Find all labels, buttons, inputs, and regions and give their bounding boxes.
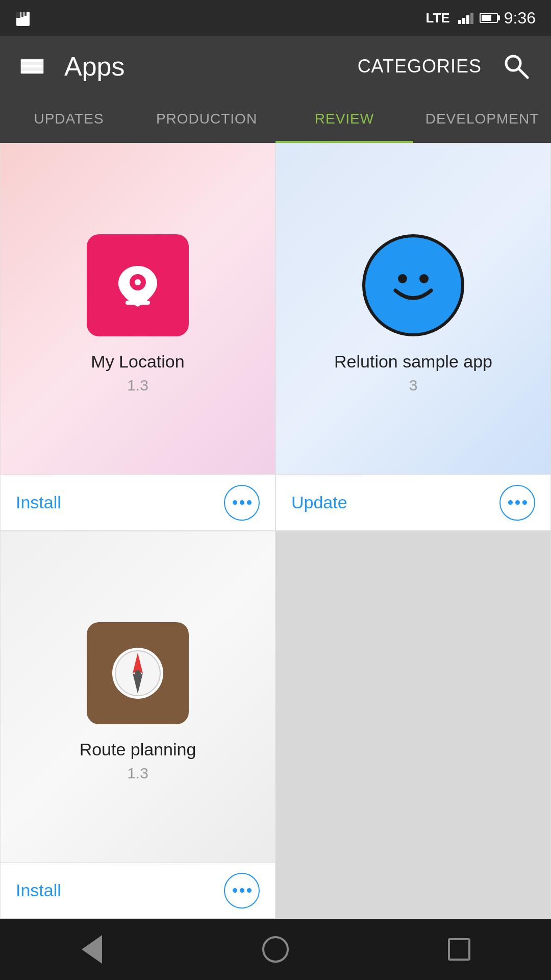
app-card-top-route: Route planning 1.3 (1, 531, 275, 862)
location-pin-icon (107, 255, 168, 316)
apps-grid: My Location 1.3 Install Relution sa (0, 143, 551, 919)
relution-sample-version: 3 (409, 377, 418, 394)
app-card-top-my-location: My Location 1.3 (1, 143, 275, 474)
more-dot-2 (515, 500, 520, 505)
time-display: 9:36 (504, 9, 536, 28)
more-dot-1 (508, 500, 513, 505)
relution-sample-icon (362, 234, 464, 336)
relution-sample-more-button[interactable] (499, 485, 535, 521)
home-button[interactable] (255, 929, 296, 970)
more-dot-3 (522, 500, 527, 505)
more-dot-2 (240, 500, 244, 505)
my-location-name: My Location (91, 352, 184, 372)
tab-development[interactable]: DEVELOPMENT (413, 97, 551, 143)
status-icons: LTE 9:36 (426, 9, 536, 28)
search-icon (502, 52, 531, 81)
svg-point-9 (135, 279, 141, 285)
my-location-version: 1.3 (127, 377, 148, 394)
back-icon (82, 935, 102, 964)
back-button[interactable] (71, 929, 112, 970)
app-card-top-relution: Relution sample app 3 (276, 143, 550, 474)
more-dot-1 (233, 888, 237, 893)
svg-point-18 (135, 670, 141, 676)
route-planning-more-button[interactable] (224, 873, 260, 909)
app-bar: Apps CATEGORIES (0, 36, 551, 97)
categories-button[interactable]: CATEGORIES (358, 56, 482, 77)
route-planning-icon (87, 622, 189, 724)
signal-strength-icon (458, 12, 473, 24)
relution-sample-name: Relution sample app (334, 352, 492, 372)
app-bar-title: Apps (64, 51, 358, 82)
compass-icon (102, 638, 173, 709)
home-icon (262, 936, 289, 963)
my-location-actions: Install (1, 474, 275, 530)
smiley-face-icon (380, 252, 446, 318)
tab-bar: UPDATES PRODUCTION REVIEW DEVELOPMENT (0, 97, 551, 143)
app-card-route-planning: Route planning 1.3 Install (0, 531, 276, 919)
more-dot-2 (240, 888, 244, 893)
more-dot-3 (247, 500, 252, 505)
svg-rect-3 (24, 12, 27, 16)
my-location-more-button[interactable] (224, 485, 260, 521)
relution-sample-actions: Update (276, 474, 550, 530)
more-dot-1 (233, 500, 237, 505)
svg-line-5 (519, 69, 528, 78)
more-dot-3 (247, 888, 252, 893)
svg-point-13 (419, 274, 429, 283)
my-location-install-button[interactable]: Install (16, 493, 61, 512)
lte-label: LTE (426, 10, 450, 26)
app-card-my-location: My Location 1.3 Install (0, 143, 276, 531)
svg-rect-10 (126, 301, 150, 305)
route-planning-version: 1.3 (127, 765, 148, 782)
relution-sample-update-button[interactable]: Update (291, 493, 347, 512)
app-card-relution-sample: Relution sample app 3 Update (276, 143, 551, 531)
battery-icon (480, 13, 498, 23)
svg-rect-1 (16, 12, 20, 18)
my-location-icon (87, 234, 189, 336)
recents-icon (448, 938, 470, 961)
svg-point-12 (398, 274, 407, 283)
bottom-nav (0, 919, 551, 980)
sd-card-icon (15, 8, 34, 26)
svg-point-11 (382, 254, 445, 317)
svg-rect-2 (21, 12, 23, 17)
search-button[interactable] (502, 52, 531, 81)
empty-card (276, 531, 551, 919)
app-bar-actions: CATEGORIES (358, 52, 531, 81)
tab-updates[interactable]: UPDATES (0, 97, 138, 143)
sd-card-area (15, 8, 34, 28)
status-bar: LTE 9:36 (0, 0, 551, 36)
tab-review[interactable]: REVIEW (276, 97, 413, 143)
recents-button[interactable] (439, 929, 480, 970)
route-planning-actions: Install (1, 862, 275, 918)
hamburger-menu-button[interactable] (20, 59, 44, 74)
route-planning-name: Route planning (80, 740, 196, 760)
route-planning-install-button[interactable]: Install (16, 880, 61, 900)
tab-production[interactable]: PRODUCTION (138, 97, 276, 143)
